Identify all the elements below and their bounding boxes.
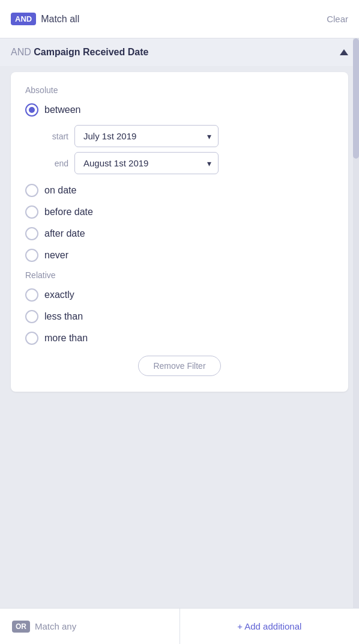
clear-button[interactable]: Clear — [327, 14, 348, 24]
and-badge: AND — [11, 13, 36, 25]
top-bar: AND Match all Clear — [0, 0, 359, 38]
or-match-any-button[interactable]: OR Match any — [0, 609, 180, 644]
section-and-text: AND — [11, 47, 31, 57]
radio-after-date[interactable]: after date — [25, 227, 334, 240]
match-any-label: Match any — [35, 621, 76, 631]
radio-after-date-outer — [25, 227, 38, 240]
bottom-bar: OR Match any + Add additional — [0, 608, 359, 644]
radio-exactly-outer — [25, 288, 38, 302]
radio-between-outer — [25, 103, 38, 117]
radio-on-date-label: on date — [44, 185, 76, 196]
radio-never-outer — [25, 249, 38, 262]
match-all-group: AND Match all — [11, 13, 79, 25]
match-all-label: Match all — [41, 14, 79, 25]
start-label: start — [44, 132, 68, 141]
radio-before-date-label: before date — [44, 207, 93, 217]
radio-before-date[interactable]: before date — [25, 205, 334, 219]
scrollbar-thumb[interactable] — [353, 38, 359, 159]
section-header: AND Campaign Received Date — [0, 38, 359, 66]
radio-never-label: never — [44, 250, 68, 261]
end-date-select[interactable]: August 1st 2019 September 1st 2019 Octob… — [74, 152, 219, 174]
radio-exactly[interactable]: exactly — [25, 288, 334, 302]
radio-exactly-label: exactly — [44, 290, 74, 300]
relative-label: Relative — [25, 270, 334, 280]
content-area: AND Campaign Received Date Absolute betw… — [0, 38, 359, 608]
end-date-row: end August 1st 2019 September 1st 2019 O… — [44, 152, 334, 174]
or-badge: OR — [12, 621, 30, 633]
scrollbar-track — [353, 38, 359, 608]
radio-after-date-label: after date — [44, 228, 85, 239]
section-title-text: Campaign Received Date — [34, 47, 148, 57]
radio-between[interactable]: between — [25, 103, 334, 117]
collapse-icon[interactable] — [340, 49, 348, 55]
radio-on-date[interactable]: on date — [25, 184, 334, 197]
radio-before-date-outer — [25, 205, 38, 219]
start-date-wrapper: July 1st 2019 August 1st 2019 September … — [74, 125, 219, 147]
radio-more-than-label: more than — [44, 333, 88, 344]
radio-less-than-outer — [25, 310, 38, 323]
radio-more-than[interactable]: more than — [25, 332, 334, 345]
radio-never[interactable]: never — [25, 249, 334, 262]
absolute-label: Absolute — [25, 85, 334, 95]
start-date-select[interactable]: July 1st 2019 August 1st 2019 September … — [74, 125, 219, 147]
start-date-row: start July 1st 2019 August 1st 2019 Sept… — [44, 125, 334, 147]
radio-between-label: between — [44, 105, 81, 115]
date-inputs: start July 1st 2019 August 1st 2019 Sept… — [44, 125, 334, 174]
remove-filter-button[interactable]: Remove Filter — [138, 356, 220, 376]
end-date-wrapper: August 1st 2019 September 1st 2019 Octob… — [74, 152, 219, 174]
radio-on-date-outer — [25, 184, 38, 197]
section-title: AND Campaign Received Date — [11, 47, 148, 58]
radio-less-than-label: less than — [44, 311, 83, 322]
radio-less-than[interactable]: less than — [25, 310, 334, 323]
radio-more-than-outer — [25, 332, 38, 345]
add-additional-button[interactable]: + Add additional — [180, 609, 360, 644]
radio-between-inner — [29, 107, 35, 113]
filter-card: Absolute between start July 1st 2019 Aug… — [11, 72, 348, 392]
end-label: end — [44, 159, 68, 168]
